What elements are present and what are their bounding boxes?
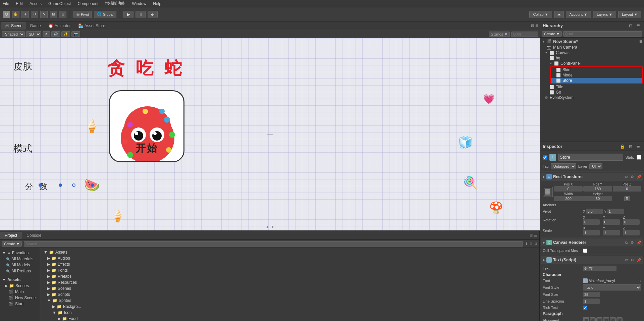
- hier-eventsystem[interactable]: ⚙ EventSystem: [540, 95, 644, 100]
- active-checkbox[interactable]: [543, 155, 547, 160]
- assets-header[interactable]: ▼ Assets: [0, 277, 40, 283]
- sc-x-input[interactable]: [583, 230, 600, 235]
- icon-subfolder[interactable]: ▼ 📁 Icon: [42, 310, 538, 316]
- shaded-select[interactable]: Shaded: [2, 31, 25, 37]
- menu-item-help[interactable]: Help: [152, 1, 163, 6]
- search-input[interactable]: [511, 32, 538, 37]
- hier-store[interactable]: ⬜ Store: [551, 78, 642, 83]
- assets-root-label[interactable]: ▼ 📁 Assets: [42, 249, 538, 255]
- prefabs-folder[interactable]: ▶ 📁 Prefabs: [42, 273, 538, 279]
- rect-transform-header[interactable]: ▶ ⊞ Rect Transform ⧉ ⚙ 📌: [541, 173, 643, 181]
- tab-animator[interactable]: ⏰ Animator: [45, 22, 74, 30]
- rot-x-input[interactable]: [583, 219, 600, 225]
- insp-minimize[interactable]: ⊟: [628, 144, 634, 149]
- hier-go[interactable]: ⬜ Go: [540, 90, 644, 95]
- rect-tool[interactable]: ⊡: [50, 11, 57, 18]
- start-button-text[interactable]: 开始: [136, 142, 158, 155]
- pause-button[interactable]: ⏸: [136, 11, 146, 18]
- scenes-header[interactable]: ▶ 📁 Scenes: [0, 283, 40, 289]
- line-spacing-input[interactable]: [583, 299, 600, 304]
- font-select-btn[interactable]: ⊙: [638, 279, 641, 283]
- rt-r-btn[interactable]: R: [624, 196, 630, 201]
- hierarchy-search[interactable]: [563, 31, 642, 37]
- food-subfolder[interactable]: ▶ 📁 Food: [42, 316, 538, 321]
- collab-button[interactable]: Collab ▼: [529, 11, 552, 18]
- fonts-folder[interactable]: ▶ 📁 Fonts: [42, 267, 538, 273]
- hier-bg[interactable]: ⬜ bg: [540, 55, 644, 61]
- global-button[interactable]: 🌐 Global: [94, 11, 116, 18]
- play-button[interactable]: ▶: [123, 11, 133, 18]
- project-search[interactable]: [24, 241, 523, 247]
- tab-asset-store[interactable]: 🏪 Asset Store: [75, 22, 109, 30]
- effects-btn[interactable]: ✨: [61, 31, 70, 37]
- sprites-folder[interactable]: ▼ 📁 Sprites: [42, 298, 538, 304]
- menu-item-component[interactable]: Component: [76, 1, 100, 6]
- all-models-item[interactable]: 🔍 All Models: [0, 262, 40, 268]
- hier-minimize[interactable]: ⊟: [628, 23, 634, 29]
- all-materials-item[interactable]: 🔍 All Materials: [0, 256, 40, 262]
- up-folder-icon[interactable]: ⬆: [525, 242, 528, 246]
- main-scene-item[interactable]: 🎬 Main: [0, 289, 40, 295]
- rotate-tool[interactable]: ↺: [31, 11, 38, 18]
- layers-button[interactable]: Layers ▼: [593, 11, 616, 18]
- background-subfolder[interactable]: ▶ 📁 Backgro...: [42, 304, 538, 310]
- project-panel-maximize[interactable]: ☰: [534, 233, 537, 237]
- object-name-input[interactable]: [558, 154, 623, 161]
- new-scene-root[interactable]: ▼ 🎬 New Scene* ⊟: [540, 38, 644, 45]
- hand-tool[interactable]: ✋: [12, 11, 19, 18]
- settings-icon[interactable]: ⚙: [534, 242, 537, 246]
- scene-viewport[interactable]: 贪 吃 蛇 皮肤 模式 分 数: [0, 38, 540, 230]
- account-button[interactable]: Account ▼: [566, 11, 591, 18]
- static-checkbox[interactable]: [637, 155, 641, 160]
- project-panel-minimize[interactable]: ⊟: [530, 233, 533, 237]
- minimize-icon[interactable]: ⊟: [531, 23, 534, 28]
- maximize-icon[interactable]: ☰: [535, 23, 539, 28]
- align-tc[interactable]: ⬛: [590, 317, 596, 321]
- insp-lock[interactable]: 🔒: [619, 144, 626, 149]
- scripts-folder[interactable]: ▶ 📁 Scripts: [42, 291, 538, 298]
- scenes-folder[interactable]: ▶ 📁 Scenes: [42, 285, 538, 291]
- cloud-button[interactable]: ☁: [554, 11, 564, 18]
- hier-canvas[interactable]: ▼ ⬜ Canvas: [540, 50, 644, 55]
- lights-btn[interactable]: ☀: [43, 31, 50, 37]
- text-script-header[interactable]: ▶ T Text (Script) ⧉ ⚙ 📌: [541, 256, 643, 264]
- hier-main-camera[interactable]: 📷 Main Camera: [540, 45, 644, 50]
- effects-folder[interactable]: ▶ 📁 Effects: [42, 261, 538, 267]
- bottom-scroll[interactable]: ▲ ▼: [265, 224, 274, 229]
- all-prefabs-item[interactable]: 🔍 All Prefabs: [0, 268, 40, 274]
- ts-copy-btn[interactable]: ⧉: [625, 258, 628, 262]
- align-tr[interactable]: ⬛: [596, 317, 602, 321]
- gizmos-btn[interactable]: Gizmos ▼: [489, 32, 510, 37]
- favorites-header[interactable]: ▼ ★ Favorites: [0, 250, 40, 256]
- hier-skin[interactable]: ⬜ Skin: [551, 67, 642, 72]
- height-input[interactable]: [583, 196, 612, 201]
- tab-scene[interactable]: 🎮 Scene: [1, 22, 26, 30]
- scene-lock[interactable]: ⊟: [639, 40, 642, 43]
- menu-item-edit[interactable]: Edit: [14, 1, 24, 6]
- rt-copy-btn[interactable]: ⧉: [625, 175, 628, 179]
- insp-maximize[interactable]: ☰: [635, 144, 641, 149]
- align-tl[interactable]: ⬛: [583, 317, 589, 321]
- show-preview-icon[interactable]: ⊟: [530, 242, 532, 246]
- canvas-renderer-header[interactable]: ▶ C Canvas Renderer ⧉ ⚙ 📌: [541, 238, 643, 247]
- layout-button[interactable]: Layout ▼: [618, 11, 641, 18]
- pivot-x-input[interactable]: [586, 209, 603, 214]
- pivot-button[interactable]: ◎ Pivot: [73, 11, 92, 18]
- tag-select[interactable]: Untagged: [551, 163, 576, 169]
- text-value-input[interactable]: [583, 266, 616, 271]
- camera-btn[interactable]: 📷: [71, 31, 80, 37]
- width-input[interactable]: [554, 196, 583, 201]
- layer-select[interactable]: UI: [589, 163, 602, 169]
- menu-item-assets[interactable]: Assets: [28, 1, 43, 6]
- rich-text-checkbox[interactable]: [583, 306, 587, 310]
- sc-z-input[interactable]: [623, 230, 640, 235]
- cr-copy-btn[interactable]: ⧉: [625, 240, 628, 245]
- align-ml[interactable]: ⬛: [603, 317, 609, 321]
- rt-pin-btn[interactable]: 📌: [637, 175, 641, 179]
- audio-btn[interactable]: 🔊: [51, 31, 60, 37]
- cull-checkbox[interactable]: [583, 249, 587, 253]
- cr-settings-btn[interactable]: ⚙: [631, 240, 634, 245]
- rt-settings-btn[interactable]: ⚙: [631, 175, 634, 179]
- create-btn[interactable]: Create ▼: [2, 241, 22, 247]
- hier-maximize[interactable]: ☰: [635, 23, 641, 29]
